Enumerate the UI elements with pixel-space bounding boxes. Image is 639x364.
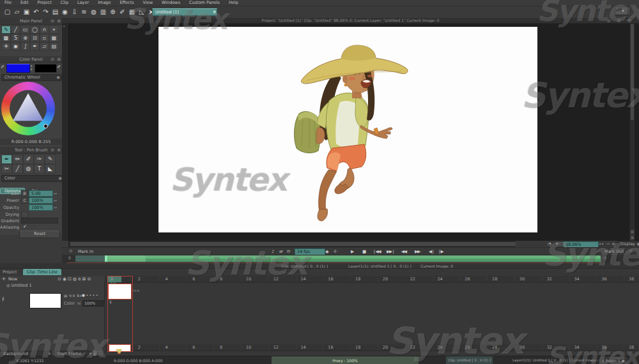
collapse-panel-icon[interactable]: ⊖ [50,57,54,62]
collapse-panel-icon[interactable]: ⊖ [50,148,54,153]
anchor-icon[interactable]: ✛ [2,277,6,282]
ellipse-tool[interactable]: ◯ [30,26,40,34]
open-project-icon[interactable]: ▱ [12,8,22,17]
library-icon[interactable]: ▦ [127,8,137,17]
frame-number[interactable]: 22 [403,277,422,282]
frame-number[interactable]: 34 [567,277,587,282]
brush-mode-dropdown[interactable]: Color◉ [1,175,64,182]
save-icon[interactable]: ▣ [22,8,31,17]
paperclip-icon[interactable]: ∮ [2,296,4,302]
curve-tool[interactable]: ∩ [40,26,49,34]
airbrush-tool[interactable]: ✑ [34,155,45,164]
cutter-tool[interactable]: ✂ [1,164,12,174]
rectangle-tool[interactable]: ▭ [20,26,30,34]
setsquare-icon[interactable]: ◺ [137,8,146,17]
marker-tool[interactable]: ✐ [23,155,34,164]
play-button[interactable]: ▶ [351,248,353,255]
frame-number[interactable]: 38 [622,277,639,282]
smart-select-tool[interactable]: S [11,34,20,42]
background-frame-0-thumbnail[interactable] [109,344,131,352]
pen-tool[interactable]: ✒ [30,42,40,50]
frame-number[interactable]: 14 [294,277,313,282]
chromatic-wheel[interactable] [1,82,55,135]
power-field[interactable]: 100% [29,197,53,204]
frame-number[interactable]: 6 [184,345,203,350]
loop-icon[interactable]: ⇄ [279,248,282,255]
layer-meta-icons[interactable]: ▤9-9B+ [64,294,84,298]
horizontal-scrollbar-thumb[interactable] [70,242,555,246]
layer-thumbnail[interactable] [29,293,61,308]
strip-range[interactable] [107,255,601,262]
pen-brush-tool[interactable]: ✒ [1,155,12,164]
spline-tool[interactable]: ∫ [20,42,30,50]
move-tool[interactable]: ✛ [1,42,11,50]
secondary-color-swatch[interactable] [35,64,57,73]
zoom-out-button[interactable]: − [606,241,610,246]
zoom-dots-icon[interactable]: ∙∙ [599,241,604,246]
primary-color-swatch[interactable] [6,64,30,73]
frame-number[interactable]: 8 [212,277,231,282]
layer-opacity-dots[interactable]: ● ∙ ∙ ∙ ∙ [82,293,98,297]
frame-number[interactable]: 6 [184,277,203,282]
menu-item[interactable]: Layer [73,0,93,6]
frame-ruler-bottom[interactable]: 02468101214161820222426283032343638 [104,344,639,351]
rotate-tool[interactable]: ◉ [11,42,20,50]
power-mod-box[interactable]: C [21,197,28,204]
fit-view-icon[interactable]: ◔ [548,241,551,246]
transform-tool[interactable]: ⊡ [30,34,40,42]
size-field[interactable]: 5.00 [29,190,53,197]
layer-header-icons[interactable]: ⊙◉⊡◍α⊠⊘ [58,277,104,282]
frame-number[interactable]: 36 [594,277,613,282]
menu-item[interactable]: File [0,0,16,6]
frame-number[interactable]: 16 [321,277,340,282]
camera-tool[interactable]: ▦ [49,34,59,42]
scroll-zoom-in-button[interactable]: ⊞ [630,235,635,240]
first-frame-button[interactable]: ❘◀◀ [373,248,380,255]
drying-checkbox[interactable] [21,211,28,218]
swatch-spinner[interactable]: ▲▼ [29,64,33,72]
lamp-tool[interactable]: ⌖ [49,26,59,34]
import-icon[interactable]: ⇩ [70,8,79,17]
add-frame-icon[interactable]: ▭+ [133,288,140,292]
layer-row-label[interactable]: ◎ Untitled 1 [6,283,32,288]
clip-range-strip[interactable]: 0 0 [62,255,639,263]
eye-icon[interactable]: ◉ [63,277,68,282]
frame-number[interactable]: 38 [622,345,639,350]
toolbox-icon[interactable]: ▤ [50,8,60,17]
brush-pot-icon[interactable]: ✐ [118,8,127,17]
gradient-bar[interactable] [21,218,58,224]
clock-icon[interactable]: ◷ [93,351,97,356]
menu-item[interactable]: Edit [16,0,33,6]
menu-item[interactable]: Image [93,0,115,6]
layer-blend-label[interactable]: Color [64,301,75,306]
hand-scrub-icon[interactable]: ·✌· [333,248,337,255]
project-selector-dropdown-icon[interactable]: ◉ [213,9,216,13]
ruler-icon[interactable]: ▥ [98,8,108,17]
mark-out-icon[interactable]: ⊙ [629,248,633,254]
new-project-icon[interactable]: ▢ [3,8,12,17]
fill-tool[interactable]: ◣ [45,164,56,174]
frame-number[interactable]: 20 [376,277,395,282]
frame-number[interactable]: 28 [485,345,504,350]
color-wheel-icon[interactable]: ◉ [60,8,70,17]
close-panel-icon[interactable]: ⊗ [57,148,61,153]
frame-number[interactable]: 14 [294,345,313,350]
tab-clip-timeline[interactable]: Clip: Time Line [23,269,61,275]
menu-item[interactable]: View [139,0,157,6]
instance-icon[interactable]: ▤ [64,294,67,298]
layers-icon[interactable]: ≋ [79,8,89,17]
frame-number[interactable]: 18 [348,345,367,350]
grid-tool[interactable]: ▤ [49,42,59,50]
project-selector[interactable]: Untitled (1) [152,8,217,16]
select-rect-tool[interactable]: ▩ [1,34,11,42]
menu-item[interactable]: Effects [116,0,139,6]
layer-opacity-field[interactable]: 100% [82,300,104,307]
zoom-in-button[interactable]: + [612,241,615,246]
prev-key-button[interactable]: ·◀◀ [401,248,406,255]
flip-icon[interactable]: ⟳ [287,248,289,255]
next-key-button[interactable]: ▶▶· [415,248,420,255]
pin-icon[interactable]: ▾ [63,24,65,28]
page-tool[interactable]: ▱ [40,42,49,50]
oil-brush-tool[interactable]: ✎ [45,155,56,164]
tab-project[interactable]: Project [3,269,17,275]
